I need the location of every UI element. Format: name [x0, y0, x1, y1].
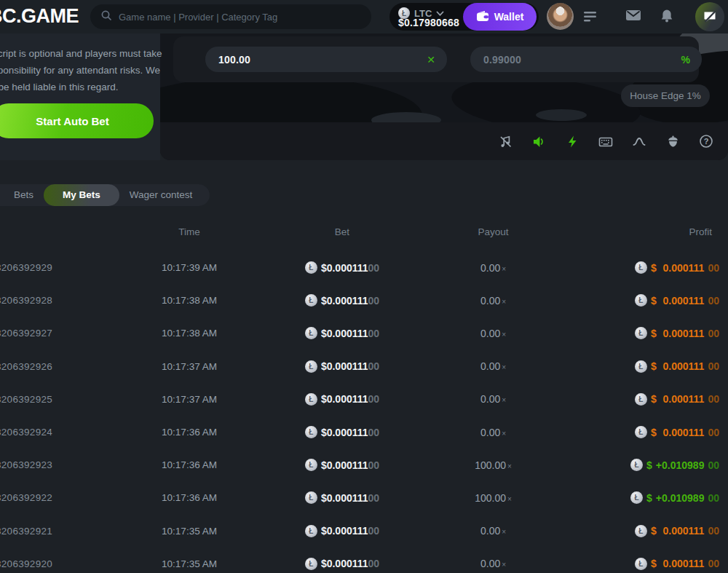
ltc-coin-icon [635, 558, 647, 570]
bet-id: 8206392921 [0, 526, 98, 537]
ltc-coin-icon [305, 491, 317, 504]
sound-icon[interactable] [531, 134, 546, 149]
bet-profit: $ 0.00011100 [582, 360, 728, 373]
tab-wager-contest[interactable]: Wager contest [119, 184, 203, 206]
bet-amount-cell: $0.00011100 [280, 524, 404, 537]
start-auto-bet-button[interactable]: Start Auto Bet [0, 103, 154, 138]
bet-payout: 100.00× [404, 459, 582, 471]
help-icon[interactable]: ? [699, 134, 713, 149]
ltc-coin-icon [635, 426, 647, 438]
bet-id: 8206392926 [0, 361, 98, 372]
bet-table-row[interactable]: 8206392924 10:17:36 AM $0.00011100 0.00×… [0, 416, 728, 448]
search-icon [100, 9, 112, 24]
ltc-coin-icon [635, 261, 647, 274]
balance-amount: $0.17980668 [398, 17, 459, 28]
bet-amount-field: ✕ [205, 47, 447, 72]
bc-game-page: BC.GAME LTC $0.17980668 Wallet [0, 0, 728, 573]
bet-id: 8206392929 [0, 262, 98, 273]
search-input[interactable] [119, 12, 361, 23]
header-time: Time [98, 226, 280, 237]
live-stats-icon[interactable] [632, 134, 646, 149]
svg-text:?: ? [704, 137, 709, 146]
ltc-coin-icon [635, 525, 647, 537]
wallet-icon [476, 10, 489, 24]
tab-all-bets[interactable]: Bets [4, 184, 44, 206]
game-search[interactable] [90, 4, 371, 29]
auto-bet-sidebar: script is optional and players must take… [0, 33, 160, 160]
bet-payout: 0.00× [404, 427, 582, 438]
site-logo[interactable]: BC.GAME [0, 5, 79, 28]
bet-time: 10:17:37 AM [98, 361, 280, 372]
bet-payout: 0.00× [404, 558, 582, 569]
bet-table-row[interactable]: 8206392921 10:17:35 AM $0.00011100 0.00×… [0, 515, 728, 548]
wallet-button[interactable]: Wallet [463, 3, 537, 31]
ltc-coin-icon [635, 393, 647, 406]
bet-payout: 0.00× [404, 262, 582, 274]
ltc-coin-icon [305, 393, 317, 406]
bet-amount-cell: $0.00011100 [280, 392, 404, 406]
ltc-coin-icon [305, 360, 317, 373]
seeds-icon[interactable] [665, 134, 680, 149]
bet-table-row[interactable]: 8206392923 10:17:36 AM $0.00011100 100.0… [0, 448, 728, 481]
bet-table-row[interactable]: 8206392927 10:17:38 AM $0.00011100 0.00×… [0, 317, 728, 349]
menu-icon[interactable] [583, 11, 598, 25]
bell-icon[interactable] [660, 9, 674, 26]
bet-time: 10:17:36 AM [98, 427, 280, 438]
bet-amount-cell: $0.00011100 [280, 360, 404, 373]
ltc-coin-icon [630, 491, 643, 504]
bet-table-row[interactable]: 8206392920 10:17:35 AM $0.00011100 0.00×… [0, 548, 728, 573]
bet-table-row[interactable]: 8206392928 10:17:38 AM $0.00011100 0.00×… [0, 284, 728, 317]
bet-id: 8206392923 [0, 459, 98, 470]
header-bet: Bet [280, 226, 404, 237]
bet-profit: $+0.01098900 [582, 491, 728, 504]
chat-icon[interactable] [695, 2, 724, 31]
bet-amount-cell: $0.00011100 [280, 459, 404, 472]
bet-amount-cell: $0.00011100 [280, 327, 404, 340]
bet-table-row[interactable]: 8206392922 10:17:36 AM $0.00011100 100.0… [0, 481, 728, 514]
bet-id: 8206392927 [0, 328, 98, 339]
bet-time: 10:17:36 AM [98, 492, 280, 503]
bet-amount-cell: $0.00011100 [280, 294, 404, 307]
script-disclaimer: script is optional and players must take… [0, 45, 166, 96]
wallet-label: Wallet [494, 11, 524, 23]
bet-amount-cell: $0.00011100 [280, 426, 404, 439]
bet-time: 10:17:38 AM [98, 295, 280, 306]
bet-table-row[interactable]: 8206392929 10:17:39 AM $0.00011100 0.00×… [0, 251, 728, 284]
game-panel: ✕ % House Edge 1% [160, 33, 728, 160]
bet-profit: $ 0.00011100 [582, 294, 728, 307]
bet-id: 8206392928 [0, 295, 98, 306]
bets-tabs: Bets My Bets Wager contest [0, 184, 210, 206]
ltc-coin-icon [305, 294, 317, 307]
bet-profit: $ 0.00011100 [582, 558, 728, 570]
mail-icon[interactable] [625, 9, 641, 25]
payout-input[interactable] [483, 54, 681, 66]
ltc-coin-icon [635, 294, 647, 307]
bet-table-row[interactable]: 8206392925 10:17:37 AM $0.00011100 0.00×… [0, 383, 728, 416]
hotkeys-icon[interactable] [598, 134, 613, 149]
header-profit: Profit [582, 226, 728, 237]
bet-profit: $+0.01098900 [582, 459, 728, 471]
bet-time: 10:17:35 AM [98, 526, 280, 537]
header-payout: Payout [404, 226, 582, 237]
bet-profit: $ 0.00011100 [582, 393, 728, 406]
percent-icon[interactable]: % [681, 54, 690, 66]
turbo-bet-icon[interactable] [565, 134, 579, 149]
bet-amount-input[interactable] [218, 54, 427, 66]
ltc-coin-icon [305, 327, 317, 339]
bet-amount-cell: $0.00011100 [280, 491, 404, 505]
ltc-coin-icon [305, 426, 317, 438]
avatar[interactable] [547, 3, 574, 30]
bet-time: 10:17:35 AM [98, 558, 280, 569]
music-off-icon[interactable] [498, 134, 513, 149]
ltc-coin-icon [305, 261, 317, 274]
bet-payout: 0.00× [404, 525, 582, 537]
bet-profit: $ 0.00011100 [582, 426, 728, 438]
bet-payout: 0.00× [404, 360, 582, 372]
bet-profit: $ 0.00011100 [582, 525, 728, 537]
ltc-coin-icon [630, 459, 643, 471]
multiply-icon[interactable]: ✕ [427, 54, 435, 66]
tab-my-bets[interactable]: My Bets [44, 184, 119, 206]
bet-time: 10:17:37 AM [98, 394, 280, 405]
bet-table-row[interactable]: 8206392926 10:17:37 AM $0.00011100 0.00×… [0, 350, 728, 383]
ltc-coin-icon [305, 459, 317, 471]
